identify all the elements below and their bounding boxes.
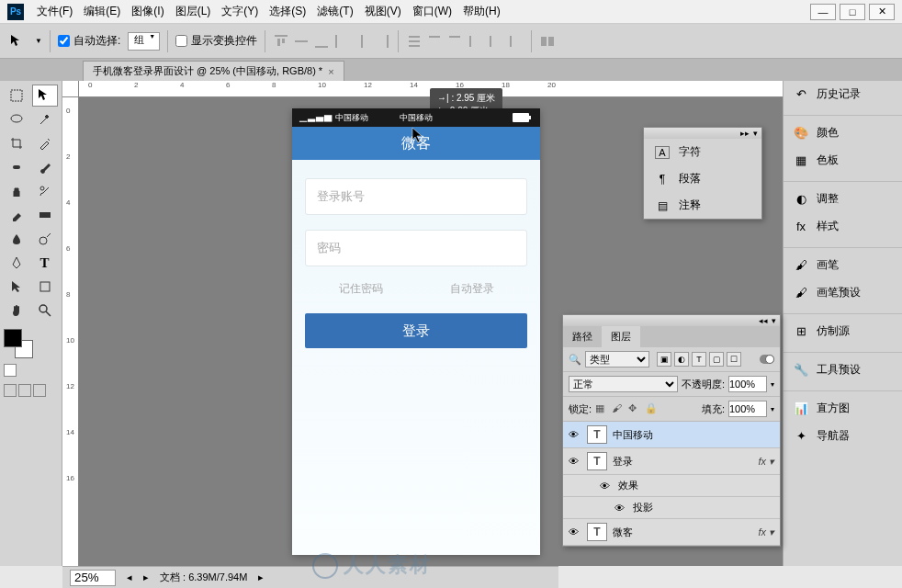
- maximize-button[interactable]: □: [840, 4, 865, 20]
- filter-shape-icon[interactable]: ▢: [709, 352, 724, 367]
- fill-input[interactable]: [728, 401, 767, 417]
- lock-position-icon[interactable]: ✥: [628, 402, 641, 415]
- marquee-tool[interactable]: [4, 85, 29, 107]
- remember-password-option[interactable]: 记住密码: [339, 281, 383, 297]
- layer-effects-group[interactable]: 👁 效果: [563, 475, 780, 497]
- paragraph-panel-item[interactable]: ¶段落: [644, 165, 761, 192]
- filter-adjust-icon[interactable]: ◐: [674, 352, 689, 367]
- screen-mode-icon[interactable]: [18, 384, 31, 397]
- distribute-icon[interactable]: [487, 33, 503, 50]
- menu-file[interactable]: 文件(F): [31, 4, 78, 19]
- menu-edit[interactable]: 编辑(E): [78, 4, 126, 19]
- close-icon[interactable]: ▾: [753, 129, 758, 138]
- eraser-tool[interactable]: [4, 204, 29, 226]
- collapse-icon[interactable]: ◂◂: [759, 316, 768, 325]
- menu-type[interactable]: 文字(Y): [216, 4, 264, 19]
- panel-button[interactable]: 🎨颜色: [784, 119, 902, 147]
- login-button[interactable]: 登录: [305, 313, 527, 348]
- tab-close-icon[interactable]: ×: [328, 66, 333, 77]
- magic-wand-tool[interactable]: [32, 108, 58, 130]
- scroll-left-icon[interactable]: ◂: [127, 571, 132, 583]
- document-tab[interactable]: 手机微客登录界面设计 @ 25% (中国移动, RGB/8) * ×: [83, 61, 344, 81]
- panel-button[interactable]: 🔧工具预设: [784, 356, 902, 384]
- layers-panel[interactable]: ◂◂▾ 路径 图层 🔍 类型 ▣ ◐ T ▢ ☐ 正常 不透明度: ▾ 锁定: …: [562, 314, 781, 547]
- visibility-icon[interactable]: 👁: [569, 429, 581, 440]
- screen-mode-icon[interactable]: [4, 384, 17, 397]
- align-top-icon[interactable]: [273, 33, 289, 50]
- auto-align-icon[interactable]: [539, 33, 556, 50]
- lasso-tool[interactable]: [4, 108, 29, 130]
- lock-pixels-icon[interactable]: 🖌: [612, 402, 625, 415]
- type-tool[interactable]: T: [32, 252, 58, 274]
- distribute-icon[interactable]: [426, 33, 443, 50]
- character-panel-item[interactable]: A字符: [644, 139, 761, 165]
- panel-header[interactable]: ◂◂▾: [563, 315, 780, 326]
- auto-select-checkbox[interactable]: 自动选择:: [58, 33, 120, 49]
- color-swatch[interactable]: [4, 329, 33, 358]
- dodge-tool[interactable]: [32, 228, 58, 250]
- menu-window[interactable]: 窗口(W): [407, 4, 457, 19]
- panel-button[interactable]: ▦色板: [784, 147, 902, 175]
- visibility-icon[interactable]: 👁: [614, 503, 627, 514]
- layers-tab[interactable]: 图层: [602, 326, 640, 347]
- panel-button[interactable]: ⊞仿制源: [784, 318, 902, 345]
- lock-all-icon[interactable]: 🔒: [645, 402, 658, 415]
- show-transform-checkbox[interactable]: 显示变换控件: [175, 33, 257, 49]
- brush-tool[interactable]: [32, 156, 58, 178]
- distribute-icon[interactable]: [467, 33, 483, 50]
- panel-button[interactable]: ✦导航器: [784, 423, 902, 450]
- align-hcenter-icon[interactable]: [354, 33, 370, 50]
- menu-view[interactable]: 视图(V): [359, 4, 407, 19]
- eyedropper-tool[interactable]: [32, 132, 58, 154]
- layer-item[interactable]: 👁 T 登录 fx ▾: [563, 448, 780, 475]
- fx-badge[interactable]: fx ▾: [758, 456, 774, 468]
- fx-badge[interactable]: fx ▾: [758, 526, 774, 538]
- visibility-icon[interactable]: 👁: [569, 456, 581, 467]
- menu-select[interactable]: 选择(S): [264, 4, 311, 19]
- layer-item[interactable]: 👁 T 中国移动: [563, 422, 780, 448]
- filter-toggle[interactable]: [760, 355, 774, 364]
- filter-pixel-icon[interactable]: ▣: [657, 352, 671, 367]
- blend-mode-select[interactable]: 正常: [569, 376, 678, 392]
- path-select-tool[interactable]: [4, 276, 29, 298]
- align-bottom-icon[interactable]: [313, 33, 330, 50]
- minimize-button[interactable]: —: [810, 4, 836, 20]
- align-right-icon[interactable]: [374, 33, 390, 50]
- align-left-icon[interactable]: [333, 33, 350, 50]
- blur-tool[interactable]: [4, 228, 29, 250]
- character-panel[interactable]: ▸▸▾ A字符 ¶段落 ▤注释: [643, 127, 762, 220]
- screen-mode-icon[interactable]: [33, 384, 46, 397]
- healing-tool[interactable]: [4, 156, 29, 178]
- distribute-icon[interactable]: [406, 33, 423, 50]
- auto-select-dropdown[interactable]: 组 ▼: [128, 32, 160, 51]
- foreground-color[interactable]: [4, 329, 22, 347]
- pen-tool[interactable]: [4, 252, 29, 274]
- distribute-icon[interactable]: [446, 33, 463, 50]
- panel-button[interactable]: 📊直方图: [784, 395, 902, 423]
- menu-layer[interactable]: 图层(L): [170, 4, 217, 19]
- panel-button[interactable]: 🖌画笔预设: [784, 279, 902, 307]
- layer-item[interactable]: 👁 T 微客 fx ▾: [563, 519, 780, 546]
- history-brush-tool[interactable]: [32, 180, 58, 202]
- zoom-input[interactable]: [70, 570, 116, 586]
- filter-smart-icon[interactable]: ☐: [727, 352, 741, 367]
- panel-button[interactable]: fx样式: [784, 213, 902, 241]
- quick-mask-icon[interactable]: [4, 364, 17, 377]
- collapse-icon[interactable]: ▸▸: [740, 129, 750, 138]
- opacity-input[interactable]: [728, 376, 767, 392]
- visibility-icon[interactable]: 👁: [569, 526, 581, 537]
- dropdown-icon[interactable]: ▾: [771, 405, 774, 413]
- lock-transparency-icon[interactable]: ▦: [595, 402, 608, 415]
- menu-icon[interactable]: ▾: [772, 316, 776, 325]
- password-input[interactable]: 密码: [305, 230, 527, 266]
- hand-tool[interactable]: [4, 300, 29, 322]
- crop-tool[interactable]: [4, 132, 29, 154]
- layer-effect-item[interactable]: 👁 投影: [563, 497, 780, 519]
- visibility-icon[interactable]: 👁: [600, 481, 613, 492]
- distribute-icon[interactable]: [507, 33, 524, 50]
- clone-tool[interactable]: [4, 180, 29, 202]
- scroll-right-icon[interactable]: ▸: [143, 571, 149, 583]
- menu-image[interactable]: 图像(I): [126, 4, 169, 19]
- username-input[interactable]: 登录账号: [305, 178, 527, 215]
- panel-button[interactable]: ↶历史记录: [784, 81, 902, 108]
